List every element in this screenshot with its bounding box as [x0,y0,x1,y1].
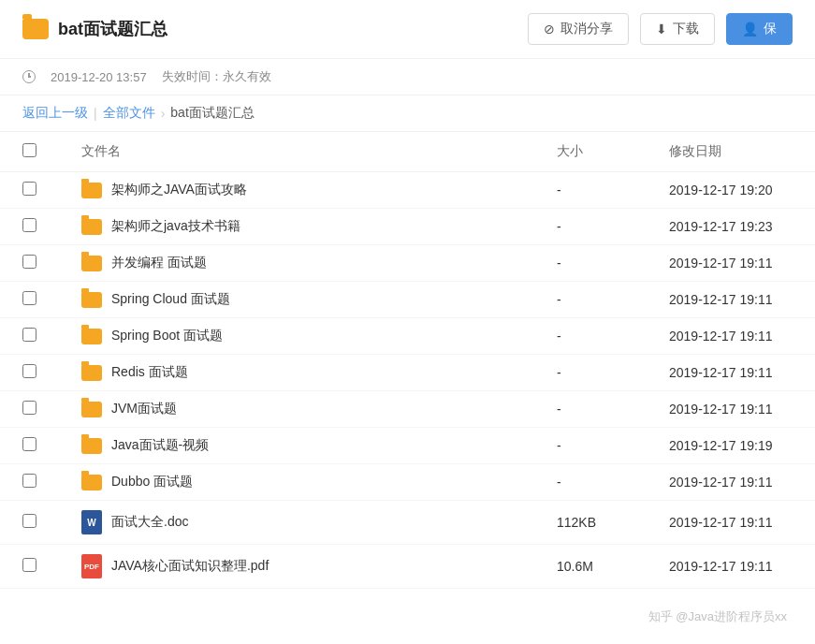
col-date-header: 修改日期 [647,132,815,172]
file-name[interactable]: JVM面试题 [111,401,177,417]
file-size: - [534,391,647,428]
file-name[interactable]: Spring Cloud 面试题 [111,291,230,308]
file-size: - [534,355,647,391]
cancel-share-icon: ⊘ [544,22,555,37]
table-row: Redis 面试题-2019-12-17 19:11 [0,355,815,391]
file-date: 2019-12-17 19:11 [647,391,815,428]
file-date: 2019-12-17 19:11 [647,464,815,501]
header-actions: ⊘ 取消分享 ⬇ 下载 👤 保 [528,13,793,45]
clock-icon [22,70,36,83]
download-label: 下载 [673,21,699,37]
file-date: 2019-12-17 19:11 [647,545,815,589]
row-checkbox[interactable] [22,291,36,305]
row-checkbox[interactable] [22,255,36,269]
table-row: 架构师之java技术书籍-2019-12-17 19:23 [0,209,815,245]
save-button[interactable]: 👤 保 [726,13,793,45]
folder-icon [81,256,102,271]
table-row: PDFJAVA核心面试知识整理.pdf10.6M2019-12-17 19:11 [0,545,815,589]
file-name[interactable]: Dubbo 面试题 [111,474,193,490]
row-checkbox[interactable] [22,474,36,488]
row-checkbox[interactable] [22,182,36,196]
file-row-content: Spring Boot 面试题 [81,328,512,344]
file-name[interactable]: 架构师之java技术书籍 [111,218,240,235]
file-row-content: Dubbo 面试题 [81,474,512,490]
file-size: - [534,209,647,245]
file-row-content: Java面试题-视频 [81,437,512,454]
table-row: 并发编程 面试题-2019-12-17 19:11 [0,245,815,282]
back-link[interactable]: 返回上一级 [22,105,88,122]
download-icon: ⬇ [656,22,667,37]
folder-icon [81,292,102,308]
file-row-content: 架构师之java技术书籍 [81,218,512,235]
file-date: 2019-12-17 19:11 [647,245,815,282]
file-name[interactable]: Java面试题-视频 [111,437,209,454]
breadcrumb-current: bat面试题汇总 [170,105,254,122]
breadcrumb-sep1: | [94,106,97,121]
file-name[interactable]: JAVA核心面试知识整理.pdf [111,558,269,575]
select-all-checkbox[interactable] [22,143,36,157]
folder-icon [81,219,102,235]
download-button[interactable]: ⬇ 下载 [640,13,715,45]
row-checkbox[interactable] [22,437,36,451]
file-date: 2019-12-17 19:19 [647,428,815,464]
file-table: 文件名 大小 修改日期 架构师之JAVA面试攻略-2019-12-17 19:2… [0,132,815,589]
col-check-header [0,132,59,172]
folder-icon [81,365,102,381]
table-row: JVM面试题-2019-12-17 19:11 [0,391,815,428]
save-label: 保 [764,21,777,37]
cancel-share-button[interactable]: ⊘ 取消分享 [528,13,629,45]
row-checkbox[interactable] [22,401,36,415]
created-date: 2019-12-20 13:57 [51,70,147,84]
expiry-label: 失效时间：永久有效 [162,68,271,85]
table-header-row: 文件名 大小 修改日期 [0,132,815,172]
file-size: 10.6M [534,545,647,589]
cancel-share-label: 取消分享 [560,21,613,37]
row-checkbox[interactable] [22,328,36,342]
meta-bar: 2019-12-20 13:57 失效时间：永久有效 [0,59,815,95]
table-row: Java面试题-视频-2019-12-17 19:19 [0,428,815,464]
file-row-content: Spring Cloud 面试题 [81,291,512,308]
file-size: - [534,428,647,464]
row-checkbox[interactable] [22,218,36,232]
file-size: - [534,172,647,209]
breadcrumb: 返回上一级 | 全部文件 › bat面试题汇总 [0,95,815,132]
file-row-content: Redis 面试题 [81,364,512,381]
page-title: bat面试题汇总 [58,18,167,40]
file-name[interactable]: 架构师之JAVA面试攻略 [111,182,247,198]
file-row-content: 并发编程 面试题 [81,255,512,271]
file-size: 112KB [534,501,647,545]
table-row: Dubbo 面试题-2019-12-17 19:11 [0,464,815,501]
word-file-icon: W [81,510,102,534]
file-row-content: JVM面试题 [81,401,512,417]
row-checkbox[interactable] [22,514,36,528]
row-checkbox[interactable] [22,558,36,572]
file-row-content: W面试大全.doc [81,510,512,534]
folder-icon [81,475,102,490]
col-name-header: 文件名 [59,132,534,172]
file-name[interactable]: 并发编程 面试题 [111,255,207,271]
file-name[interactable]: Spring Boot 面试题 [111,328,223,344]
save-icon: 👤 [742,22,758,37]
file-size: - [534,245,647,282]
folder-icon [81,402,102,417]
file-size: - [534,464,647,501]
header-left: bat面试题汇总 [22,18,167,40]
header: bat面试题汇总 ⊘ 取消分享 ⬇ 下载 👤 保 [0,0,815,59]
breadcrumb-sep2: › [161,106,166,121]
file-name[interactable]: 面试大全.doc [111,514,188,531]
file-size: - [534,282,647,318]
folder-icon [81,183,102,198]
folder-icon-large [22,19,49,39]
file-row-content: 架构师之JAVA面试攻略 [81,182,512,198]
table-row: Spring Boot 面试题-2019-12-17 19:11 [0,318,815,355]
col-size-header: 大小 [534,132,647,172]
row-checkbox[interactable] [22,364,36,378]
file-date: 2019-12-17 19:11 [647,282,815,318]
file-date: 2019-12-17 19:11 [647,501,815,545]
all-files-link[interactable]: 全部文件 [103,105,155,122]
table-row: Spring Cloud 面试题-2019-12-17 19:11 [0,282,815,318]
file-name[interactable]: Redis 面试题 [111,364,188,381]
file-date: 2019-12-17 19:11 [647,318,815,355]
file-date: 2019-12-17 19:23 [647,209,815,245]
file-date: 2019-12-17 19:20 [647,172,815,209]
